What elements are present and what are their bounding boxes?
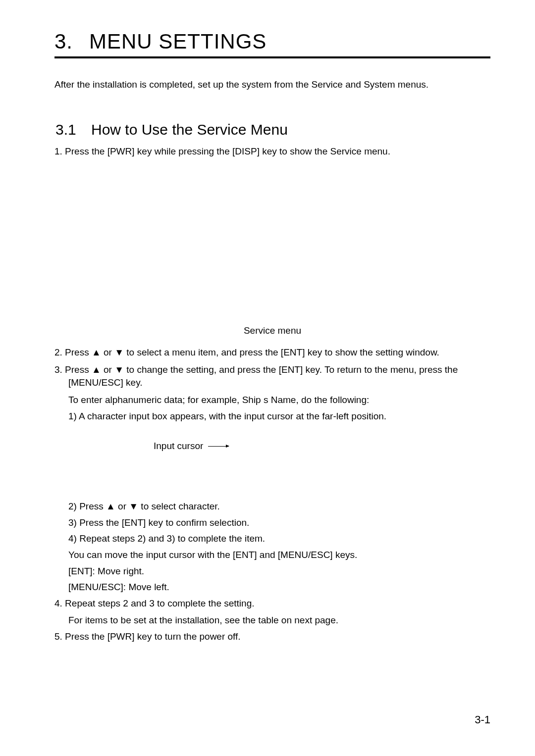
step-3-sub-2: 2) Press ▲ or ▼ to select character. [54, 500, 490, 513]
figure-placeholder-service-menu [54, 162, 490, 325]
arrow-right-icon [208, 446, 229, 447]
step-3-note-3: [ENT]: Move right. [54, 565, 490, 578]
page: 3.MENU SETTINGS After the installation i… [0, 0, 535, 756]
figure-placeholder-input-cursor: Input cursor [54, 426, 490, 500]
intro-text: After the installation is completed, set… [54, 78, 490, 92]
section-title: 3.1How to Use the Service Menu [55, 121, 490, 138]
step-3: 3. Press ▲ or ▼ to change the setting, a… [54, 363, 490, 390]
step-2: 2. Press ▲ or ▼ to select a menu item, a… [54, 346, 490, 359]
section-number: 3.1 [55, 121, 91, 138]
chapter-number: 3. [54, 30, 89, 53]
step-5: 5. Press the [PWR] key to turn the power… [54, 630, 490, 644]
step-3-sub-3: 3) Press the [ENT] key to confirm select… [54, 516, 490, 530]
step-3-note-2: You can move the input cursor with the [… [54, 549, 490, 562]
chapter-title-text: MENU SETTINGS [89, 30, 267, 53]
input-cursor-text: Input cursor [154, 441, 203, 452]
step-3-sub-1: 1) A character input box appears, with t… [54, 410, 490, 423]
step-4: 4. Repeat steps 2 and 3 to complete the … [54, 597, 490, 610]
step-3-note: To enter alphanumeric data; for example,… [54, 394, 490, 407]
chapter-rule [54, 56, 490, 58]
step-3-note-4: [MENU/ESC]: Move left. [54, 581, 490, 594]
page-number: 3-1 [475, 713, 490, 726]
step-3-sub-4: 4) Repeat steps 2) and 3) to complete th… [54, 532, 490, 546]
figure-caption-service-menu: Service menu [54, 325, 490, 336]
step-1: 1. Press the [PWR] key while pressing th… [54, 145, 490, 158]
section-title-text: How to Use the Service Menu [91, 121, 288, 138]
input-cursor-label: Input cursor [154, 441, 229, 452]
step-4-note: For items to be set at the installation,… [54, 614, 490, 627]
chapter-title: 3.MENU SETTINGS [54, 30, 490, 53]
